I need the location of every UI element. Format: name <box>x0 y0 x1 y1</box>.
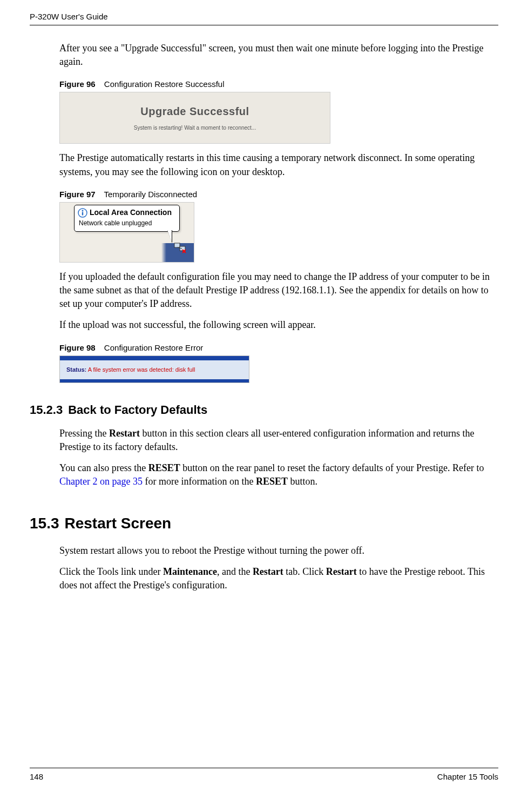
balloon-title: Local Area Connection <box>90 207 172 218</box>
figure-97-caption-text: Temporarily Disconnected <box>104 190 198 199</box>
section-15-3-heading: 15.3Restart Screen <box>30 513 498 534</box>
svg-rect-7 <box>82 212 83 215</box>
figure-96-num: Figure 96 <box>59 79 96 89</box>
section-15-2-3-num: 15.2.3 <box>30 403 63 417</box>
notification-balloon: Local Area Connection Network cable unpl… <box>74 205 180 232</box>
intro-paragraph: After you see a "Upgrade Successful" scr… <box>59 42 498 69</box>
maintenance-bold: Maintenance <box>163 566 217 577</box>
balloon-subtitle: Network cable unplugged <box>79 219 175 228</box>
paragraph-after-fig97: If you uploaded the default configuratio… <box>59 270 498 311</box>
restart-tab-bold: Restart <box>253 566 283 577</box>
figure-97-num: Figure 97 <box>59 190 96 199</box>
taskbar-background <box>161 243 194 262</box>
figure-96-image: Upgrade Successful System is restarting!… <box>59 92 330 144</box>
section-15-3-para2: Click the Tools link under Maintenance, … <box>59 565 498 592</box>
header-left: P-320W User's Guide <box>30 11 108 22</box>
figure-98-caption-text: Configuration Restore Error <box>104 343 203 352</box>
figure-97-caption: Figure 97 Temporarily Disconnected <box>59 189 498 200</box>
status-label: Status: <box>66 366 86 373</box>
section-15-3-para1: System restart allows you to reboot the … <box>59 544 498 558</box>
status-error-text: A file system error was detected: disk f… <box>88 366 195 373</box>
restart-bold: Restart <box>109 428 140 439</box>
page-footer: 148 Chapter 15 Tools <box>30 768 498 782</box>
figure-96-caption-text: Configuration Restore Successful <box>104 79 225 89</box>
figure-98-image: Status: A file system error was detected… <box>59 355 249 383</box>
reset-bold-2: RESET <box>256 476 288 487</box>
section-15-3-num: 15.3 <box>30 515 59 532</box>
svg-rect-0 <box>174 243 180 247</box>
chapter-2-link[interactable]: Chapter 2 on page 35 <box>59 476 143 487</box>
section-15-2-3-title: Back to Factory Defaults <box>68 403 207 417</box>
info-icon <box>78 208 87 218</box>
section-15-2-3-para2: You can also press the RESET button on t… <box>59 461 498 488</box>
paragraph-upload-fail: If the upload was not successful, the fo… <box>59 318 498 332</box>
network-disconnected-tray-icon <box>173 242 187 258</box>
figure-97-image: Local Area Connection Network cable unpl… <box>59 202 194 263</box>
footer-page-number: 148 <box>30 771 43 782</box>
svg-point-6 <box>82 210 84 211</box>
figure-98-caption: Figure 98 Configuration Restore Error <box>59 342 498 353</box>
section-15-2-3-para1: Pressing the Restart button in this sect… <box>59 427 498 454</box>
figure-96-caption: Figure 96 Configuration Restore Successf… <box>59 78 498 90</box>
restart-click-bold: Restart <box>326 566 357 577</box>
paragraph-after-fig96: The Prestige automatically restarts in t… <box>59 151 498 178</box>
upgrade-successful-title: Upgrade Successful <box>140 104 249 119</box>
section-15-3-title: Restart Screen <box>65 515 172 532</box>
footer-chapter: Chapter 15 Tools <box>437 771 498 782</box>
figure-98-num: Figure 98 <box>59 343 96 352</box>
page-header: P-320W User's Guide <box>30 11 498 25</box>
upgrade-successful-subtitle: System is restarting! Wait a moment to r… <box>134 124 256 132</box>
section-15-2-3-heading: 15.2.3Back to Factory Defaults <box>30 402 498 419</box>
reset-bold: RESET <box>148 462 180 473</box>
